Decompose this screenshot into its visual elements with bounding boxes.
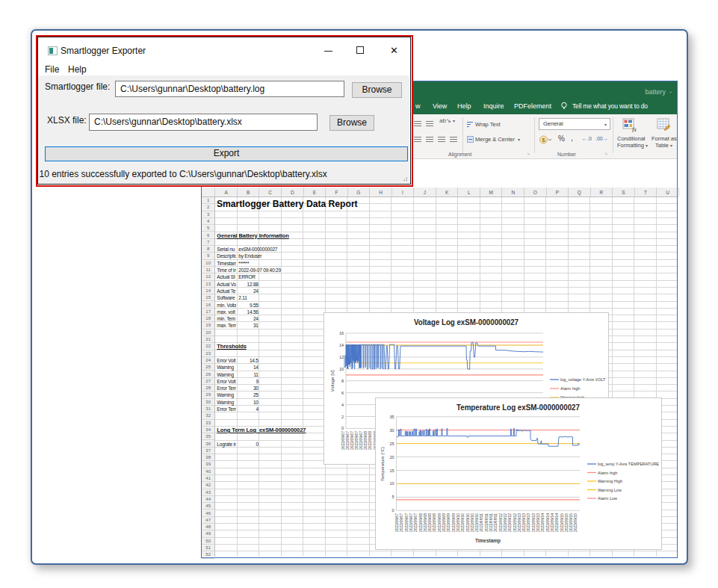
- svg-text:log_temp Y-Axis TEMPERATURE: log_temp Y-Axis TEMPERATURE: [598, 462, 659, 466]
- svg-text:2022/09/07: 2022/09/07: [404, 513, 409, 532]
- svg-text:Temperature (°C): Temperature (°C): [380, 447, 385, 481]
- svg-text:Warning Low: Warning Low: [598, 488, 622, 492]
- svg-text:2022/09/09: 2022/09/09: [446, 513, 451, 532]
- svg-text:2022/09/12: 2022/09/12: [513, 513, 517, 532]
- svg-text:2022/09/09: 2022/09/09: [437, 513, 442, 532]
- svg-text:2022/09/07: 2022/09/07: [399, 513, 403, 532]
- svg-text:2022/09/07: 2022/09/07: [341, 431, 345, 450]
- svg-text:2022/09/08: 2022/09/08: [427, 513, 432, 532]
- svg-text:6: 6: [341, 391, 344, 395]
- svg-text:2022/09/15: 2022/09/15: [569, 513, 573, 532]
- svg-text:30: 30: [389, 428, 394, 433]
- svg-text:2022/09/13: 2022/09/13: [517, 513, 522, 532]
- svg-text:2022/09/09: 2022/09/09: [451, 513, 456, 532]
- svg-text:Timestamp: Timestamp: [475, 538, 501, 544]
- svg-text:25: 25: [389, 442, 394, 446]
- svg-text:2022/09/10: 2022/09/10: [460, 513, 465, 532]
- svg-text:10: 10: [339, 367, 344, 371]
- svg-text:Voltage Log exSM-0000000027: Voltage Log exSM-0000000027: [414, 318, 519, 327]
- svg-text:2022/09/08: 2022/09/08: [432, 513, 436, 532]
- svg-text:5: 5: [392, 495, 394, 499]
- svg-text:Alarm high: Alarm high: [598, 471, 617, 475]
- svg-text:$: $: [542, 137, 545, 143]
- svg-text:2022/09/09: 2022/09/09: [442, 513, 446, 532]
- svg-text:2022/09/12: 2022/09/12: [503, 513, 507, 532]
- svg-text:2022/09/15: 2022/09/15: [560, 513, 564, 532]
- svg-text:2022/09/07: 2022/09/07: [394, 513, 399, 532]
- svg-text:0: 0: [392, 508, 394, 513]
- svg-text:2022/09/07: 2022/09/07: [350, 431, 354, 450]
- svg-text:fx: fx: [632, 126, 637, 132]
- svg-text:15: 15: [389, 468, 394, 473]
- svg-text:12: 12: [339, 355, 344, 359]
- svg-text:2022/09/10: 2022/09/10: [456, 513, 460, 532]
- svg-text:2022/09/10: 2022/09/10: [465, 513, 470, 532]
- svg-text:2022/09/14: 2022/09/14: [545, 513, 550, 532]
- svg-text:2022/09/15: 2022/09/15: [573, 513, 578, 532]
- svg-text:14: 14: [339, 343, 344, 347]
- svg-text:2022/09/07: 2022/09/07: [413, 513, 418, 532]
- svg-text:8: 8: [341, 379, 344, 383]
- svg-text:2022/09/08: 2022/09/08: [368, 431, 372, 450]
- svg-text:16: 16: [339, 331, 344, 335]
- svg-text:35: 35: [389, 415, 394, 419]
- svg-text:2022/09/10: 2022/09/10: [474, 513, 479, 532]
- svg-text:2022/09/12: 2022/09/12: [507, 513, 512, 532]
- svg-text:2022/09/11: 2022/09/11: [489, 513, 493, 532]
- svg-text:2022/09/14: 2022/09/14: [540, 513, 545, 532]
- svg-text:10: 10: [389, 481, 394, 486]
- svg-text:2022/09/07: 2022/09/07: [409, 513, 413, 532]
- svg-text:2022/09/13: 2022/09/13: [536, 513, 540, 532]
- svg-text:2022/09/12: 2022/09/12: [498, 513, 503, 532]
- svg-text:Alarm high: Alarm high: [560, 386, 580, 391]
- svg-text:Voltage [V]: Voltage [V]: [330, 370, 335, 392]
- svg-text:2022/09/08: 2022/09/08: [363, 431, 368, 450]
- svg-text:2022/09/13: 2022/09/13: [526, 513, 530, 532]
- svg-text:2022/09/13: 2022/09/13: [531, 513, 536, 532]
- svg-text:0: 0: [341, 426, 344, 430]
- svg-text:Temperature Log exSM-000000002: Temperature Log exSM-0000000027: [457, 403, 580, 412]
- svg-text:2022/09/13: 2022/09/13: [522, 513, 526, 532]
- svg-text:Alarm Low: Alarm Low: [598, 496, 617, 501]
- svg-text:2022/09/15: 2022/09/15: [564, 513, 569, 532]
- svg-text:2: 2: [341, 415, 344, 419]
- svg-text:2022/09/08: 2022/09/08: [418, 513, 423, 532]
- svg-text:2022/09/07: 2022/09/07: [359, 431, 363, 450]
- svg-text:log_voltage Y-Axis VOLT: log_voltage Y-Axis VOLT: [560, 377, 606, 382]
- svg-text:2022/09/07: 2022/09/07: [345, 431, 350, 450]
- svg-text:2022/09/10: 2022/09/10: [470, 513, 474, 532]
- svg-text:2022/09/07: 2022/09/07: [354, 431, 359, 450]
- svg-text:2022/09/11: 2022/09/11: [484, 513, 489, 532]
- svg-text:4: 4: [341, 403, 344, 407]
- svg-text:2022/09/11: 2022/09/11: [493, 513, 498, 532]
- svg-text:2022/09/11: 2022/09/11: [479, 513, 483, 532]
- svg-text:2022/09/14: 2022/09/14: [550, 513, 554, 532]
- svg-text:Warning High: Warning High: [598, 479, 622, 483]
- svg-text:2022/09/14: 2022/09/14: [554, 513, 559, 532]
- svg-text:2022/09/08: 2022/09/08: [423, 513, 427, 532]
- svg-text:20: 20: [389, 455, 394, 459]
